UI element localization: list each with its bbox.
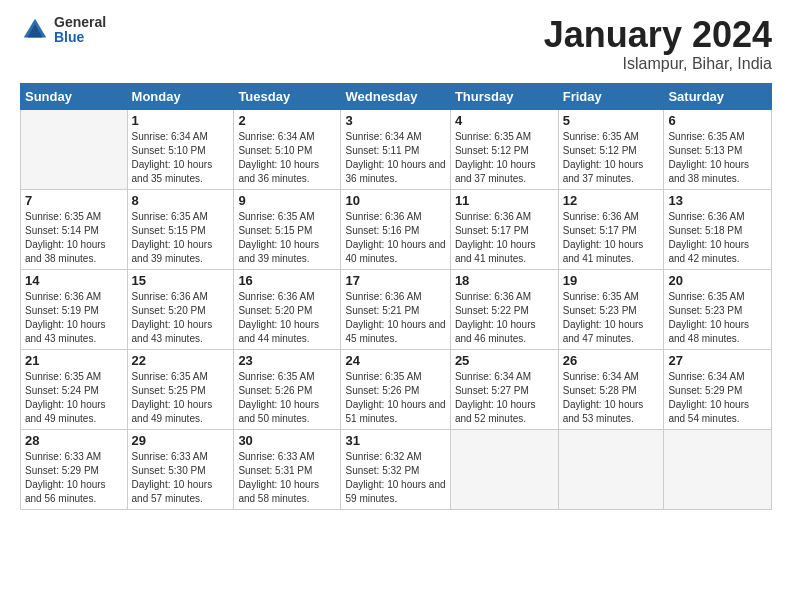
header: General Blue January 2024 Islampur, Biha… — [20, 15, 772, 73]
day-number: 18 — [455, 273, 554, 288]
col-tuesday: Tuesday — [234, 83, 341, 109]
day-number: 13 — [668, 193, 767, 208]
day-info: Sunrise: 6:35 AMSunset: 5:24 PMDaylight:… — [25, 370, 123, 426]
day-number: 2 — [238, 113, 336, 128]
day-info: Sunrise: 6:36 AMSunset: 5:17 PMDaylight:… — [563, 210, 660, 266]
sunrise-text: Sunrise: 6:35 AM — [563, 131, 639, 142]
day-info: Sunrise: 6:34 AMSunset: 5:27 PMDaylight:… — [455, 370, 554, 426]
col-sunday: Sunday — [21, 83, 128, 109]
daylight-text: Daylight: 10 hours and 49 minutes. — [132, 399, 213, 424]
calendar-cell — [664, 429, 772, 509]
day-number: 31 — [345, 433, 445, 448]
daylight-text: Daylight: 10 hours and 42 minutes. — [668, 239, 749, 264]
day-info: Sunrise: 6:34 AMSunset: 5:11 PMDaylight:… — [345, 130, 445, 186]
daylight-text: Daylight: 10 hours and 46 minutes. — [455, 319, 536, 344]
day-number: 20 — [668, 273, 767, 288]
sunrise-text: Sunrise: 6:36 AM — [563, 211, 639, 222]
sunrise-text: Sunrise: 6:33 AM — [25, 451, 101, 462]
sunset-text: Sunset: 5:20 PM — [132, 305, 206, 316]
sunrise-text: Sunrise: 6:35 AM — [238, 211, 314, 222]
daylight-text: Daylight: 10 hours and 37 minutes. — [455, 159, 536, 184]
sunset-text: Sunset: 5:29 PM — [668, 385, 742, 396]
sunset-text: Sunset: 5:11 PM — [345, 145, 419, 156]
day-number: 15 — [132, 273, 230, 288]
sunrise-text: Sunrise: 6:36 AM — [455, 291, 531, 302]
calendar-cell: 28Sunrise: 6:33 AMSunset: 5:29 PMDayligh… — [21, 429, 128, 509]
day-info: Sunrise: 6:35 AMSunset: 5:26 PMDaylight:… — [345, 370, 445, 426]
calendar-week-5: 28Sunrise: 6:33 AMSunset: 5:29 PMDayligh… — [21, 429, 772, 509]
sunset-text: Sunset: 5:10 PM — [238, 145, 312, 156]
day-info: Sunrise: 6:36 AMSunset: 5:17 PMDaylight:… — [455, 210, 554, 266]
day-info: Sunrise: 6:35 AMSunset: 5:23 PMDaylight:… — [563, 290, 660, 346]
daylight-text: Daylight: 10 hours and 39 minutes. — [132, 239, 213, 264]
sunset-text: Sunset: 5:23 PM — [563, 305, 637, 316]
sunrise-text: Sunrise: 6:35 AM — [345, 371, 421, 382]
day-info: Sunrise: 6:34 AMSunset: 5:10 PMDaylight:… — [238, 130, 336, 186]
sunset-text: Sunset: 5:30 PM — [132, 465, 206, 476]
sunrise-text: Sunrise: 6:35 AM — [563, 291, 639, 302]
day-info: Sunrise: 6:36 AMSunset: 5:16 PMDaylight:… — [345, 210, 445, 266]
logo-text: General Blue — [54, 15, 106, 46]
sunset-text: Sunset: 5:26 PM — [345, 385, 419, 396]
day-info: Sunrise: 6:36 AMSunset: 5:22 PMDaylight:… — [455, 290, 554, 346]
sunrise-text: Sunrise: 6:36 AM — [132, 291, 208, 302]
sunrise-text: Sunrise: 6:34 AM — [668, 371, 744, 382]
sunrise-text: Sunrise: 6:34 AM — [132, 131, 208, 142]
calendar-cell: 27Sunrise: 6:34 AMSunset: 5:29 PMDayligh… — [664, 349, 772, 429]
calendar-week-4: 21Sunrise: 6:35 AMSunset: 5:24 PMDayligh… — [21, 349, 772, 429]
daylight-text: Daylight: 10 hours and 40 minutes. — [345, 239, 445, 264]
sunset-text: Sunset: 5:28 PM — [563, 385, 637, 396]
daylight-text: Daylight: 10 hours and 47 minutes. — [563, 319, 644, 344]
day-info: Sunrise: 6:35 AMSunset: 5:12 PMDaylight:… — [563, 130, 660, 186]
day-info: Sunrise: 6:35 AMSunset: 5:23 PMDaylight:… — [668, 290, 767, 346]
daylight-text: Daylight: 10 hours and 59 minutes. — [345, 479, 445, 504]
daylight-text: Daylight: 10 hours and 39 minutes. — [238, 239, 319, 264]
sunset-text: Sunset: 5:23 PM — [668, 305, 742, 316]
daylight-text: Daylight: 10 hours and 58 minutes. — [238, 479, 319, 504]
day-info: Sunrise: 6:36 AMSunset: 5:20 PMDaylight:… — [132, 290, 230, 346]
sunrise-text: Sunrise: 6:35 AM — [455, 131, 531, 142]
sunset-text: Sunset: 5:19 PM — [25, 305, 99, 316]
sunset-text: Sunset: 5:17 PM — [455, 225, 529, 236]
sunset-text: Sunset: 5:32 PM — [345, 465, 419, 476]
day-number: 27 — [668, 353, 767, 368]
calendar-cell: 19Sunrise: 6:35 AMSunset: 5:23 PMDayligh… — [558, 269, 664, 349]
day-info: Sunrise: 6:35 AMSunset: 5:26 PMDaylight:… — [238, 370, 336, 426]
sunrise-text: Sunrise: 6:36 AM — [455, 211, 531, 222]
calendar-week-1: 1Sunrise: 6:34 AMSunset: 5:10 PMDaylight… — [21, 109, 772, 189]
logo-blue: Blue — [54, 30, 106, 45]
sunset-text: Sunset: 5:31 PM — [238, 465, 312, 476]
day-info: Sunrise: 6:35 AMSunset: 5:25 PMDaylight:… — [132, 370, 230, 426]
daylight-text: Daylight: 10 hours and 51 minutes. — [345, 399, 445, 424]
sunset-text: Sunset: 5:14 PM — [25, 225, 99, 236]
calendar-cell: 13Sunrise: 6:36 AMSunset: 5:18 PMDayligh… — [664, 189, 772, 269]
calendar-week-2: 7Sunrise: 6:35 AMSunset: 5:14 PMDaylight… — [21, 189, 772, 269]
day-number: 10 — [345, 193, 445, 208]
day-number: 28 — [25, 433, 123, 448]
day-number: 12 — [563, 193, 660, 208]
sunrise-text: Sunrise: 6:35 AM — [132, 211, 208, 222]
logo-general: General — [54, 15, 106, 30]
calendar-cell: 24Sunrise: 6:35 AMSunset: 5:26 PMDayligh… — [341, 349, 450, 429]
sunset-text: Sunset: 5:15 PM — [132, 225, 206, 236]
day-number: 11 — [455, 193, 554, 208]
day-number: 4 — [455, 113, 554, 128]
day-number: 26 — [563, 353, 660, 368]
sunrise-text: Sunrise: 6:33 AM — [238, 451, 314, 462]
day-number: 25 — [455, 353, 554, 368]
sunset-text: Sunset: 5:16 PM — [345, 225, 419, 236]
day-info: Sunrise: 6:34 AMSunset: 5:10 PMDaylight:… — [132, 130, 230, 186]
day-info: Sunrise: 6:33 AMSunset: 5:30 PMDaylight:… — [132, 450, 230, 506]
calendar-cell: 17Sunrise: 6:36 AMSunset: 5:21 PMDayligh… — [341, 269, 450, 349]
day-info: Sunrise: 6:34 AMSunset: 5:29 PMDaylight:… — [668, 370, 767, 426]
day-number: 24 — [345, 353, 445, 368]
col-saturday: Saturday — [664, 83, 772, 109]
day-info: Sunrise: 6:35 AMSunset: 5:14 PMDaylight:… — [25, 210, 123, 266]
day-number: 16 — [238, 273, 336, 288]
calendar-cell: 10Sunrise: 6:36 AMSunset: 5:16 PMDayligh… — [341, 189, 450, 269]
day-info: Sunrise: 6:35 AMSunset: 5:12 PMDaylight:… — [455, 130, 554, 186]
sunset-text: Sunset: 5:24 PM — [25, 385, 99, 396]
calendar-cell: 16Sunrise: 6:36 AMSunset: 5:20 PMDayligh… — [234, 269, 341, 349]
calendar-cell: 3Sunrise: 6:34 AMSunset: 5:11 PMDaylight… — [341, 109, 450, 189]
calendar-cell — [450, 429, 558, 509]
